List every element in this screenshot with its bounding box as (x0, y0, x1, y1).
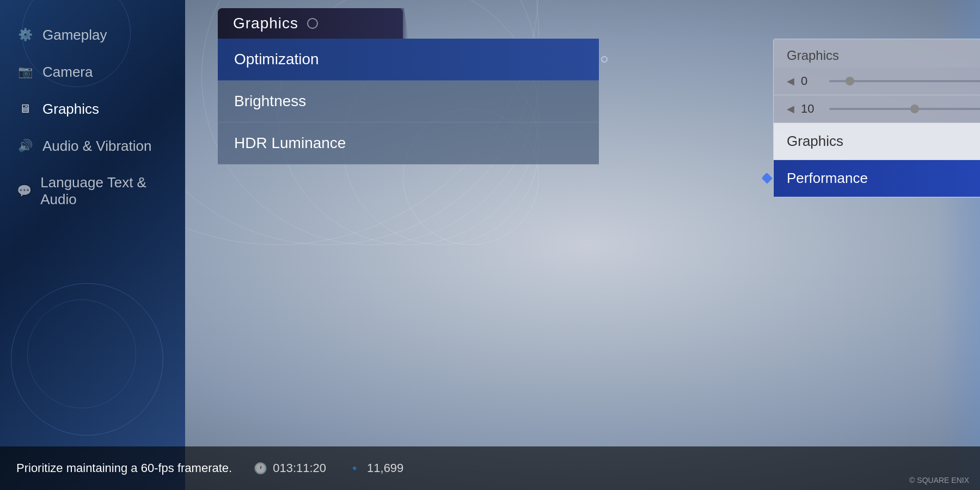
panel-header-indicator (307, 18, 318, 29)
currency-icon: 🔹 (348, 462, 362, 475)
panel-header: Graphics (218, 8, 403, 39)
camera-icon: 📷 (16, 63, 34, 81)
sidebar-item-gameplay-label: Gameplay (42, 27, 107, 44)
status-bar: Prioritize maintaining a 60-fps framerat… (0, 446, 980, 490)
slider1-thumb[interactable] (846, 77, 854, 85)
status-currency: 11,699 (367, 461, 403, 475)
sidebar-item-gameplay[interactable]: ⚙️ Gameplay (0, 16, 185, 53)
graphics-menu-list: Optimization Brightness HDR Luminance (218, 39, 599, 164)
sidebar-item-language-label: Language Text & Audio (40, 174, 169, 208)
slider1-left-arrow[interactable]: ◀ (787, 75, 794, 87)
panel-header-title: Graphics (233, 15, 298, 32)
hdr-label: HDR Luminance (234, 134, 346, 151)
sidebar-item-audio[interactable]: 🔊 Audio & Vibration (0, 127, 185, 164)
slider2-thumb[interactable] (910, 105, 919, 113)
slider2-left-arrow[interactable]: ◀ (787, 103, 794, 115)
dropdown-panel-header: Graphics (774, 39, 980, 68)
slider1-value: 0 (801, 74, 823, 88)
menu-item-optimization[interactable]: Optimization (218, 39, 599, 81)
dropdown-option-graphics[interactable]: Graphics (774, 123, 980, 160)
slider-row-2: ◀ 10 ▶ (774, 95, 980, 123)
graphics-icon: 🖥 (16, 100, 34, 118)
status-time: 013:11:20 (273, 461, 326, 475)
performance-option-label: Performance (787, 170, 868, 186)
clock-icon: 🕐 (254, 462, 267, 475)
graphics-panel: Graphics Optimization Brightness HDR Lum… (218, 8, 947, 164)
sidebar-item-camera[interactable]: 📷 Camera (0, 53, 185, 90)
panel-content-area: Optimization Brightness HDR Luminance Gr… (218, 39, 947, 164)
slider1-track[interactable] (829, 80, 980, 82)
sidebar-nav: ⚙️ Gameplay 📷 Camera 🖥 Graphics 🔊 Audio … (0, 0, 185, 490)
status-description: Prioritize maintaining a 60-fps framerat… (16, 461, 232, 475)
sidebar-item-audio-label: Audio & Vibration (42, 138, 151, 155)
language-icon: 💬 (16, 182, 32, 200)
dropdown-option-performance[interactable]: Performance (774, 160, 980, 197)
sidebar-item-camera-label: Camera (42, 64, 93, 81)
brightness-label: Brightness (234, 93, 306, 109)
gameplay-icon: ⚙️ (16, 26, 34, 44)
copyright-text: © SQUARE ENIX (909, 476, 969, 485)
sidebar-item-language[interactable]: 💬 Language Text & Audio (0, 164, 185, 218)
slider2-value: 10 (801, 102, 823, 116)
sidebar-item-graphics[interactable]: 🖥 Graphics (0, 90, 185, 127)
status-time-item: 🕐 013:11:20 (254, 461, 326, 475)
optimization-label: Optimization (234, 51, 319, 68)
slider-row-1: ◀ 0 ▶ (774, 68, 980, 95)
slider-area: ◀ 0 ▶ ◀ 10 ▶ (774, 68, 980, 123)
optimization-indicator (601, 56, 608, 63)
menu-item-brightness[interactable]: Brightness (218, 81, 599, 122)
audio-icon: 🔊 (16, 137, 34, 155)
menu-item-hdr[interactable]: HDR Luminance (218, 122, 599, 164)
status-currency-item: 🔹 11,699 (348, 461, 403, 475)
slider2-track[interactable] (829, 108, 980, 110)
dropdown-header-title: Graphics (787, 48, 839, 63)
sidebar-item-graphics-label: Graphics (42, 101, 99, 118)
graphics-dropdown-panel: Graphics (773, 39, 980, 198)
graphics-option-label: Graphics (787, 133, 843, 149)
dropdown-options-list: Graphics Performance (774, 123, 980, 197)
copyright-label: © SQUARE ENIX (909, 476, 969, 485)
